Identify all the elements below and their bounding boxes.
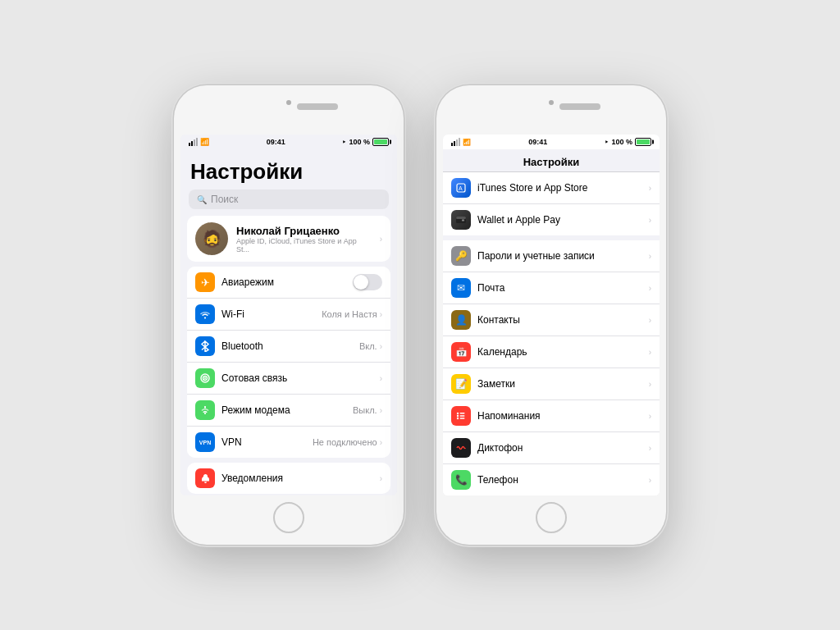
screen-left: 📶 09:41 ‣ 100 % Настройки 🔍 Поиск xyxy=(180,135,397,495)
cellular-content: Сотовая связь › xyxy=(221,372,382,384)
home-button-left[interactable] xyxy=(273,502,304,533)
reminders-row[interactable]: Напоминания › xyxy=(443,400,660,432)
speaker-left xyxy=(297,103,338,110)
airplane-label: Авиарежим xyxy=(221,276,274,288)
phone-chevron: › xyxy=(649,476,651,485)
hotspot-icon xyxy=(195,400,215,420)
contacts-row[interactable]: 👤 Контакты › xyxy=(443,304,660,336)
mail-label: Почта xyxy=(477,282,642,294)
vpn-value: Не подключено › xyxy=(313,437,382,447)
phone-right: 📶 09:41 ‣ 100 % Настройки xyxy=(436,85,666,545)
location-icon: ‣ xyxy=(342,139,346,146)
svg-point-14 xyxy=(457,418,459,419)
bluetooth-row[interactable]: Bluetooth Вкл. › xyxy=(187,331,390,363)
phone-icon: 📞 xyxy=(451,470,471,490)
reminders-label: Напоминания xyxy=(477,410,642,422)
reminders-chevron: › xyxy=(649,412,651,421)
voicememo-label: Диктофон xyxy=(477,442,642,454)
vpn-content: VPN Не подключено › xyxy=(221,436,382,448)
reminders-icon xyxy=(451,406,471,426)
svg-point-12 xyxy=(457,415,459,417)
profile-name: Николай Грицаенко xyxy=(236,225,372,237)
svg-text:A: A xyxy=(459,185,463,191)
cellular-row[interactable]: Сотовая связь › xyxy=(187,363,390,395)
battery-right xyxy=(635,138,651,146)
status-time-right: 09:41 xyxy=(528,138,547,146)
svg-point-2 xyxy=(204,377,206,379)
profile-chevron: › xyxy=(380,235,382,244)
wallet-icon xyxy=(451,210,471,230)
wifi-content: Wi-Fi Коля и Настя › xyxy=(221,308,382,320)
battery-percent-right: 100 % xyxy=(611,138,632,146)
vpn-icon: VPN xyxy=(195,432,215,452)
voicememo-icon xyxy=(451,438,471,458)
notifications-label: Уведомления xyxy=(221,472,283,484)
vpn-label: VPN xyxy=(221,436,242,448)
nav-bar-right: Настройки xyxy=(443,149,660,172)
vpn-row[interactable]: VPN VPN Не подключено › xyxy=(187,427,390,458)
svg-rect-11 xyxy=(460,413,465,414)
airplane-row[interactable]: ✈ Авиарежим xyxy=(187,267,390,299)
content-right: A iTunes Store и App Store › xyxy=(443,172,660,495)
profile-subtitle: Apple ID, iCloud, iTunes Store и App St.… xyxy=(236,237,372,253)
airplane-toggle[interactable] xyxy=(353,274,382,290)
bluetooth-value: Вкл. › xyxy=(359,341,382,351)
notifications-icon xyxy=(195,468,215,488)
phone-label: Телефон xyxy=(477,474,642,486)
store-section: A iTunes Store и App Store › xyxy=(443,172,660,240)
bluetooth-chevron: › xyxy=(380,342,382,351)
svg-rect-8 xyxy=(456,217,466,219)
mail-icon: ✉ xyxy=(451,278,471,298)
vpn-chevron: › xyxy=(380,438,382,447)
passwords-row[interactable]: 🔑 Пароли и учетные записи › xyxy=(443,240,660,272)
itunes-chevron: › xyxy=(649,184,651,193)
settings-title-left: Настройки xyxy=(180,149,397,189)
status-bar-left: 📶 09:41 ‣ 100 % xyxy=(180,135,397,149)
svg-rect-15 xyxy=(460,418,465,419)
apps-section: 🔑 Пароли и учетные записи › ✉ Почта › 👤 … xyxy=(443,240,660,495)
notifications-row[interactable]: Уведомления › xyxy=(187,463,390,494)
status-left: 📶 xyxy=(189,138,209,146)
voicememo-row[interactable]: Диктофон › xyxy=(443,432,660,464)
notes-row[interactable]: 📝 Заметки › xyxy=(443,368,660,400)
hotspot-content: Режим модема Выкл. › xyxy=(221,404,382,416)
location-icon-right: ‣ xyxy=(605,139,609,146)
status-right-left: ‣ 100 % xyxy=(342,138,389,146)
bluetooth-icon xyxy=(195,336,215,356)
hotspot-row[interactable]: Режим модема Выкл. › xyxy=(187,395,390,427)
calendar-row[interactable]: 📅 Календарь › xyxy=(443,336,660,368)
status-bar-right: 📶 09:41 ‣ 100 % xyxy=(443,135,660,149)
wallet-label: Wallet и Apple Pay xyxy=(477,214,642,226)
content-left: Настройки 🔍 Поиск 🧔 Николай Грицаенко Ap… xyxy=(180,149,397,495)
itunes-row[interactable]: A iTunes Store и App Store › xyxy=(443,172,660,204)
phone-row[interactable]: 📞 Телефон › xyxy=(443,464,660,495)
phone-left: 📶 09:41 ‣ 100 % Настройки 🔍 Поиск xyxy=(174,85,404,545)
notes-label: Заметки xyxy=(477,378,642,390)
wifi-row[interactable]: Wi-Fi Коля и Настя › xyxy=(187,299,390,331)
wallet-row[interactable]: Wallet и Apple Pay › xyxy=(443,204,660,235)
signal-icon xyxy=(189,138,198,146)
search-bar[interactable]: 🔍 Поиск xyxy=(189,189,389,209)
search-icon: 🔍 xyxy=(197,195,207,204)
battery-percent-left: 100 % xyxy=(349,138,370,146)
hotspot-label: Режим модема xyxy=(221,404,290,416)
mail-chevron: › xyxy=(649,284,651,293)
profile-info: Николай Грицаенко Apple ID, iCloud, iTun… xyxy=(236,225,372,253)
calendar-chevron: › xyxy=(649,348,651,357)
status-right-right: ‣ 100 % xyxy=(605,138,651,146)
hotspot-chevron: › xyxy=(380,406,382,415)
wifi-network: Коля и Настя xyxy=(322,309,377,319)
profile-row[interactable]: 🧔 Николай Грицаенко Apple ID, iCloud, iT… xyxy=(187,216,390,262)
svg-rect-13 xyxy=(460,415,465,417)
contacts-chevron: › xyxy=(649,316,651,325)
battery-left xyxy=(372,138,389,146)
wallet-chevron: › xyxy=(649,216,651,225)
contacts-label: Контакты xyxy=(477,314,642,326)
wifi-icon-right: 📶 xyxy=(463,139,471,146)
itunes-icon: A xyxy=(451,178,471,198)
home-button-right[interactable] xyxy=(536,502,567,533)
calendar-label: Календарь xyxy=(477,346,642,358)
screen-right: 📶 09:41 ‣ 100 % Настройки xyxy=(443,135,660,495)
mail-row[interactable]: ✉ Почта › xyxy=(443,272,660,304)
search-placeholder: Поиск xyxy=(211,194,238,205)
